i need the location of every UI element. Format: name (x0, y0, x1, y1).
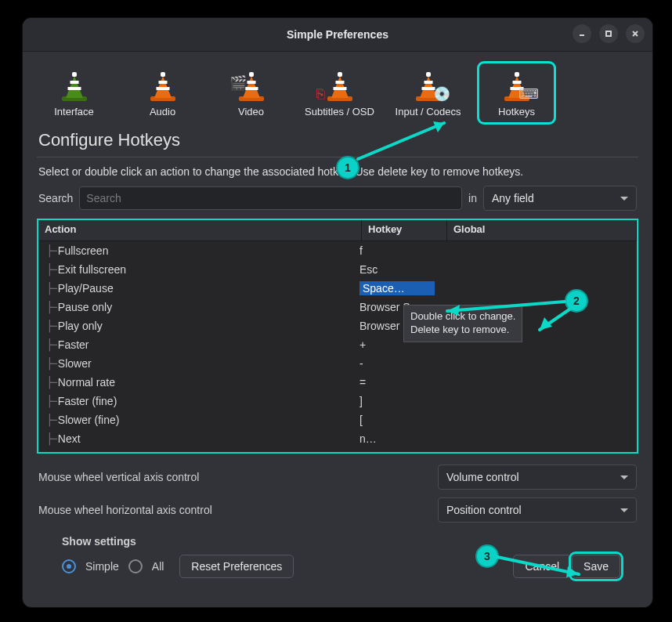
hotkeys-table: Action Hotkey Global ├─Fullscreenf├─Exit… (37, 219, 638, 454)
mouse-v-select[interactable]: Volume control (438, 465, 637, 490)
search-input[interactable]: Search (79, 186, 462, 210)
col-global[interactable]: Global (447, 220, 637, 240)
cone-icon: ⎘ (326, 70, 354, 101)
tab-audio[interactable]: Audio (125, 63, 200, 122)
search-field-select[interactable]: Any field (483, 186, 637, 211)
tree-branch-icon: ├─ (46, 263, 55, 276)
search-placeholder: Search (86, 192, 121, 204)
table-row[interactable]: ├─Play/PauseSpace… (38, 279, 637, 298)
hotkey-text: + (359, 338, 366, 351)
hotkey-cell[interactable]: ] (358, 395, 447, 407)
hotkey-cell[interactable]: Space… (358, 281, 447, 295)
hotkey-text: ] (359, 395, 363, 407)
table-row[interactable]: ├─Exit fullscreenEsc (38, 260, 637, 279)
action-text: Exit fullscreen (58, 263, 126, 276)
hotkey-cell[interactable]: n… (358, 432, 447, 445)
table-row[interactable]: ├─Normal rate= (38, 373, 637, 392)
tree-branch-icon: ├─ (46, 414, 55, 426)
action-cell: ├─Next (38, 432, 358, 445)
hotkey-text: [ (359, 414, 363, 426)
mouse-v-label: Mouse wheel vertical axis control (38, 471, 199, 483)
instructions-text: Select or double click an action to chan… (23, 164, 652, 186)
action-cell: ├─Exit fullscreen (38, 263, 358, 276)
maximize-button[interactable] (599, 24, 618, 43)
action-cell: ├─Faster (38, 338, 358, 351)
radio-simple[interactable] (62, 559, 76, 573)
tab-video[interactable]: 🎬 Video (214, 63, 288, 122)
show-settings-label: Show settings (38, 530, 637, 554)
table-row[interactable]: ├─Faster+ (38, 335, 637, 354)
reset-button[interactable]: Reset Preferences (179, 555, 294, 578)
select-value: Position control (446, 504, 522, 516)
minimize-icon (578, 30, 586, 38)
table-row[interactable]: ├─Play onlyBrowser P (38, 316, 637, 335)
tab-label: Input / Codecs (396, 106, 461, 118)
select-value: Any field (492, 192, 534, 204)
hotkey-text: - (359, 357, 363, 370)
search-row: Search Search in Any field (23, 186, 652, 219)
action-text: Play only (58, 320, 103, 332)
mouse-h-select[interactable]: Position control (438, 497, 637, 523)
table-row[interactable]: ├─Slower (fine)[ (38, 410, 637, 429)
col-action[interactable]: Action (38, 220, 362, 240)
minimize-button[interactable] (573, 24, 591, 43)
hotkey-cell[interactable]: Esc (358, 263, 447, 276)
preferences-window: Simple Preferences Interface (22, 17, 653, 608)
mouse-h-label: Mouse wheel horizontal axis control (38, 504, 212, 516)
table-row[interactable]: ├─Slower- (38, 354, 637, 373)
select-value: Volume control (446, 471, 519, 483)
tab-input-codecs[interactable]: 💿 Input / Codecs (391, 63, 465, 122)
cone-icon: 🎬 (237, 70, 266, 101)
table-row[interactable]: ├─Pause onlyBrowser S (38, 298, 637, 316)
action-text: Faster (fine) (58, 395, 117, 407)
tab-label: Hotkeys (498, 106, 535, 118)
close-button[interactable] (626, 24, 645, 43)
tree-branch-icon: ├─ (46, 357, 55, 370)
tab-subtitles[interactable]: ⎘ Subtitles / OSD (302, 63, 377, 122)
action-text: Pause only (58, 301, 112, 313)
table-row[interactable]: ├─Faster (fine)] (38, 392, 637, 410)
tree-branch-icon: ├─ (46, 301, 55, 313)
tab-label: Video (238, 106, 264, 118)
tree-branch-icon: ├─ (46, 320, 55, 332)
svg-rect-1 (606, 31, 611, 36)
tab-label: Audio (150, 106, 175, 118)
table-header: Action Hotkey Global (38, 220, 637, 241)
tab-hotkeys[interactable]: ⌨ Hotkeys (479, 63, 554, 122)
window-title: Simple Preferences (287, 28, 388, 41)
action-cell: ├─Play only (38, 320, 358, 332)
maximize-icon (605, 30, 612, 38)
save-highlight: Save (571, 554, 621, 579)
table-row[interactable]: ├─Fullscreenf (38, 241, 637, 260)
cone-icon: ⌨ (503, 70, 531, 101)
action-text: Faster (58, 338, 89, 351)
hotkey-text: f (359, 244, 363, 257)
section-heading: Configure Hotkeys (23, 124, 652, 154)
hotkey-cell[interactable]: [ (358, 414, 447, 426)
action-cell: ├─Pause only (38, 301, 358, 313)
hotkey-text: = (359, 376, 366, 389)
tab-interface[interactable]: Interface (37, 63, 111, 122)
settings-mode-radios: Simple All (62, 559, 164, 573)
table-body: ├─Fullscreenf├─Exit fullscreenEsc├─Play/… (38, 241, 637, 448)
hotkey-cell[interactable]: = (358, 376, 447, 389)
cancel-button[interactable]: Cancel (513, 555, 571, 578)
action-cell: ├─Normal rate (38, 376, 358, 389)
table-row[interactable]: ├─Nextn… (38, 429, 637, 448)
action-text: Slower (fine) (58, 414, 120, 426)
divider (37, 157, 638, 157)
hotkey-cell[interactable]: - (358, 357, 447, 370)
radio-all[interactable] (128, 559, 143, 573)
mouse-horizontal-row: Mouse wheel horizontal axis control Posi… (38, 497, 637, 523)
tree-branch-icon: ├─ (46, 432, 55, 445)
col-hotkey[interactable]: Hotkey (362, 220, 447, 240)
action-text: Play/Pause (58, 282, 114, 295)
tree-branch-icon: ├─ (46, 282, 55, 295)
action-cell: ├─Faster (fine) (38, 395, 358, 407)
tree-branch-icon: ├─ (46, 244, 55, 257)
hotkey-cell[interactable]: f (358, 244, 447, 257)
save-button[interactable]: Save (572, 555, 620, 578)
title-bar: Simple Preferences (23, 18, 652, 52)
tree-branch-icon: ├─ (46, 376, 55, 389)
tree-branch-icon: ├─ (46, 395, 55, 407)
